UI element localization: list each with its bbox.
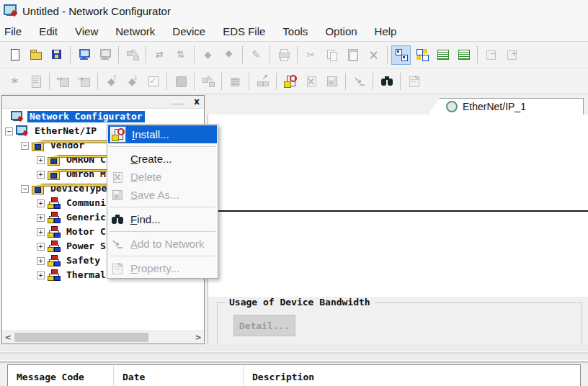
- context-menu: Install...Create...×DeleteSave As...Find…: [107, 124, 218, 279]
- edit-parameter-icon: ✎: [246, 45, 266, 65]
- context-menu-item-create[interactable]: Create...: [108, 150, 217, 168]
- tab-ethernet-ip-1[interactable]: EtherNet/IP_1: [428, 98, 584, 115]
- menu-eds-file[interactable]: EDS File: [214, 22, 274, 40]
- expand-icon[interactable]: +: [37, 271, 45, 279]
- window-title: Untitled - Network Configurator: [22, 5, 171, 17]
- folder-icon: [48, 169, 61, 180]
- toolbar-separator: [276, 73, 277, 90]
- toolbar-separator: [194, 73, 195, 90]
- upload-tag-icon: ←: [53, 71, 73, 91]
- folder-icon: [48, 154, 61, 166]
- delete-eds-icon: ×: [301, 71, 321, 91]
- panel-grip[interactable]: [171, 101, 184, 104]
- delete-icon: ×: [364, 45, 383, 65]
- no-icon: [110, 152, 125, 166]
- menu-edit[interactable]: Edit: [30, 22, 66, 40]
- toolbar-separator: [97, 73, 98, 90]
- save-eds-icon: [322, 71, 342, 91]
- expand-icon[interactable]: +: [37, 243, 45, 251]
- device-upload-icon: ◆: [198, 45, 218, 65]
- parameter-report-icon: [26, 71, 45, 91]
- left-pane-table-icon[interactable]: [433, 45, 453, 65]
- menu-separator: [110, 146, 215, 147]
- device-type-icon: [48, 255, 61, 266]
- toolbar-separator: [49, 73, 50, 90]
- network-trunk-line: [208, 210, 588, 212]
- download-diamond-icon: ◆↓: [122, 71, 142, 91]
- device-type-icon: [48, 212, 61, 223]
- folder-icon: [32, 140, 45, 151]
- column-header-description[interactable]: Description: [244, 365, 580, 386]
- toolbar-separator: [242, 46, 243, 63]
- device-type-icon: [48, 197, 61, 209]
- large-icons-view-icon[interactable]: [391, 45, 411, 65]
- context-menu-item-find[interactable]: Find...: [108, 210, 217, 228]
- expand-icon[interactable]: +: [37, 228, 45, 236]
- print-icon: [274, 45, 293, 65]
- menu-view[interactable]: View: [66, 22, 107, 40]
- menu-help[interactable]: Help: [366, 22, 406, 40]
- computer-icon: [16, 125, 29, 137]
- download-tag-icon: →: [74, 71, 94, 91]
- menu-tools[interactable]: Tools: [274, 22, 316, 40]
- tree-item-network-configurator[interactable]: Network Configurator: [2, 109, 204, 124]
- find-icon[interactable]: [377, 71, 396, 91]
- expand-icon[interactable]: +: [37, 156, 45, 164]
- verify-network-icon: ✎: [122, 45, 142, 65]
- menu-separator: [110, 256, 215, 256]
- copy-icon: [322, 45, 342, 65]
- expand-icon[interactable]: +: [37, 257, 45, 265]
- horizontal-splitter[interactable]: [0, 344, 588, 364]
- menu-option[interactable]: Option: [316, 22, 365, 40]
- upload-network-icon[interactable]: [74, 45, 94, 65]
- device-download-icon: ◆: [219, 45, 239, 65]
- context-menu-item-add-to-network: →Add to Network: [108, 235, 217, 253]
- detail-view-icon[interactable]: [412, 45, 432, 65]
- menu-separator: [110, 207, 215, 207]
- upload-parameter-icon: ⇄: [150, 45, 169, 65]
- scrollbar-thumb[interactable]: [14, 333, 148, 342]
- title-bar: Untitled - Network Configurator: [0, 0, 588, 22]
- tree-horizontal-scrollbar[interactable]: < >: [2, 331, 204, 344]
- right-pane-table-icon[interactable]: [454, 45, 473, 65]
- verify-check-icon: ✓: [143, 71, 163, 91]
- network-canvas[interactable]: [208, 115, 588, 297]
- menu-device[interactable]: Device: [164, 22, 214, 40]
- column-header-message-code[interactable]: Message Code: [8, 365, 114, 386]
- panel-header: x: [2, 96, 204, 109]
- context-menu-item-delete: ×Delete: [108, 168, 217, 186]
- toolbar-separator: [146, 46, 146, 63]
- expand-icon[interactable]: +: [37, 214, 45, 222]
- scroll-right-icon[interactable]: >: [192, 331, 204, 344]
- open-file-icon[interactable]: [26, 45, 45, 65]
- context-menu-item-save-as: Save As...: [108, 186, 217, 204]
- toolbar-separator: [400, 73, 401, 90]
- save-file-icon[interactable]: [47, 45, 66, 65]
- column-header-date[interactable]: Date: [114, 365, 244, 386]
- device-type-icon: [48, 241, 61, 252]
- toolbar-separator: [477, 46, 478, 63]
- bandwidth-groupbox-title: Usage of Device Bandwidth: [225, 297, 375, 308]
- new-file-icon[interactable]: [5, 45, 24, 65]
- menu-network[interactable]: Network: [107, 22, 164, 40]
- install-eds-icon[interactable]: [280, 71, 300, 91]
- collapse-icon[interactable]: −: [21, 142, 29, 150]
- device-type-icon: [48, 269, 61, 281]
- close-panel-icon[interactable]: x: [194, 96, 200, 107]
- edit-network-icon: ✎: [198, 71, 218, 91]
- network-tab-strip: EtherNet/IP_1: [208, 96, 588, 115]
- toolbar-separator: [345, 73, 346, 90]
- toolbar-separator: [221, 73, 222, 90]
- cut-icon: ✂: [301, 45, 321, 65]
- expand-icon[interactable]: +: [37, 199, 45, 207]
- context-menu-item-install[interactable]: Install...: [108, 125, 217, 143]
- folder-icon: [32, 183, 45, 194]
- toolbar-separator: [118, 46, 119, 63]
- message-list-header: Message CodeDateDescription: [7, 364, 581, 386]
- eds-install-icon: [110, 127, 126, 143]
- scroll-left-icon[interactable]: <: [2, 331, 14, 344]
- expand-icon[interactable]: +: [37, 171, 45, 179]
- collapse-icon[interactable]: −: [21, 185, 29, 193]
- collapse-icon[interactable]: −: [5, 127, 13, 135]
- menu-file[interactable]: File: [0, 22, 30, 40]
